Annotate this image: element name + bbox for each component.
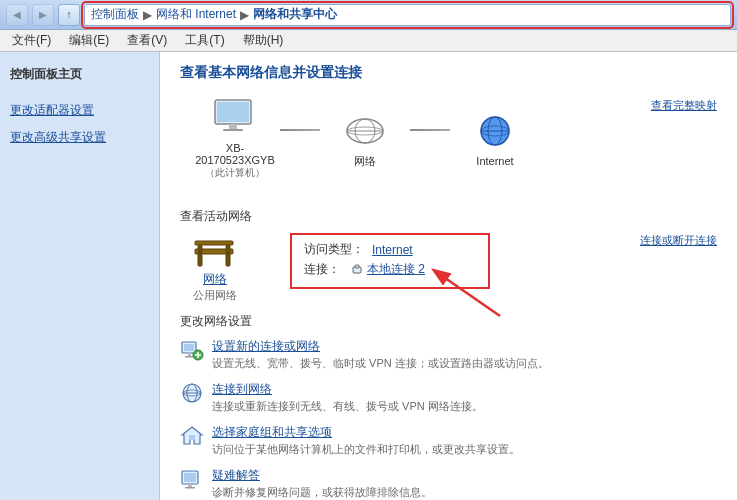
setting-desc-2: 连接或重新连接到无线、有线、拨号或 VPN 网络连接。 <box>212 400 483 412</box>
more-settings: 更改网络设置 设置新的连接或网络 设置无线、宽带、 <box>180 313 717 500</box>
svg-rect-25 <box>185 356 193 358</box>
computer-sublabel: （此计算机） <box>205 166 265 180</box>
menu-view[interactable]: 查看(V) <box>119 30 175 51</box>
access-type-label: 访问类型： <box>304 241 364 258</box>
setting-content-1: 设置新的连接或网络 设置无线、宽带、拨号、临时或 VPN 连接；或设置路由器或访… <box>212 338 717 371</box>
net-line-1 <box>280 129 320 131</box>
connection-icon <box>352 264 364 276</box>
sidebar-adapter-settings[interactable]: 更改适配器设置 <box>0 97 159 124</box>
menu-edit[interactable]: 编辑(E) <box>61 30 117 51</box>
network-label: 网络 <box>354 154 376 169</box>
computer-icon <box>209 98 261 138</box>
active-network-name[interactable]: 网络 <box>203 271 227 288</box>
active-network-type: 公用网络 <box>193 288 237 303</box>
connect-disconnect-link[interactable]: 连接或断开连接 <box>640 233 717 248</box>
svg-rect-37 <box>188 484 192 487</box>
svg-rect-23 <box>184 344 194 351</box>
content-area: 查看基本网络信息并设置连接 X <box>160 52 737 500</box>
setting-link-2[interactable]: 连接到网络 <box>212 381 717 398</box>
forward-button[interactable]: ▶ <box>32 4 54 26</box>
setting-desc-4: 诊断并修复网络问题，或获得故障排除信息。 <box>212 486 432 498</box>
setting-item-troubleshoot: 疑难解答 诊断并修复网络问题，或获得故障排除信息。 <box>180 467 717 500</box>
menu-help[interactable]: 帮助(H) <box>235 30 292 51</box>
troubleshoot-icon <box>180 467 204 491</box>
setting-item-new-connection: 设置新的连接或网络 设置无线、宽带、拨号、临时或 VPN 连接；或设置路由器或访… <box>180 338 717 371</box>
svg-rect-15 <box>226 254 230 266</box>
svg-rect-3 <box>223 129 243 131</box>
breadcrumb-label-3: 网络和共享中心 <box>253 6 337 23</box>
menu-tools[interactable]: 工具(T) <box>177 30 232 51</box>
svg-rect-1 <box>217 102 249 122</box>
svg-rect-16 <box>198 245 202 253</box>
net-node-computer: XB-20170523XGYB （此计算机） <box>190 98 280 180</box>
title-bar: ◀ ▶ ↑ 查看基本网络信息并设置连接 控制面板 ▶ 网络和 Internet … <box>0 0 737 30</box>
setting-desc-1: 设置无线、宽带、拨号、临时或 VPN 连接；或设置路由器或访问点。 <box>212 357 549 369</box>
internet-globe-icon <box>469 111 521 151</box>
svg-rect-17 <box>226 245 230 253</box>
breadcrumb-sep-1: ▶ <box>143 8 152 22</box>
svg-rect-36 <box>184 473 196 482</box>
setting-link-4[interactable]: 疑难解答 <box>212 467 717 484</box>
setting-desc-3: 访问位于某他网络计算机上的文件和打印机，或更改共享设置。 <box>212 443 520 455</box>
active-network-section-title: 查看活动网络 <box>180 208 717 225</box>
setting-link-3[interactable]: 选择家庭组和共享选项 <box>212 424 717 441</box>
net-node-network: 网络 <box>320 110 410 169</box>
network-hub-icon <box>339 110 391 150</box>
sidebar: 控制面板主页 更改适配器设置 更改高级共享设置 <box>0 52 160 500</box>
setting-item-connect-network: 连接到网络 连接或重新连接到无线、有线、拨号或 VPN 网络连接。 <box>180 381 717 414</box>
view-full-map-link[interactable]: 查看完整映射 <box>651 98 717 113</box>
svg-rect-19 <box>355 265 359 268</box>
red-arrow-svg <box>420 261 510 321</box>
svg-rect-13 <box>195 241 233 245</box>
page-title: 查看基本网络信息并设置连接 <box>180 64 717 82</box>
back-button[interactable]: ◀ <box>6 4 28 26</box>
svg-rect-38 <box>185 487 195 489</box>
menu-bar: 文件(F) 编辑(E) 查看(V) 工具(T) 帮助(H) <box>0 30 737 52</box>
connect-network-icon <box>180 381 204 405</box>
bench-icon <box>190 233 240 271</box>
network-diagram-area: XB-20170523XGYB （此计算机） <box>180 98 717 196</box>
network-diagram: XB-20170523XGYB （此计算机） <box>180 98 550 180</box>
computer-label: XB-20170523XGYB <box>190 142 280 166</box>
menu-file[interactable]: 文件(F) <box>4 30 59 51</box>
red-arrow-indicator <box>420 261 510 324</box>
setting-item-homegroup: 选择家庭组和共享选项 访问位于某他网络计算机上的文件和打印机，或更改共享设置。 <box>180 424 717 457</box>
sidebar-advanced-sharing[interactable]: 更改高级共享设置 <box>0 124 159 151</box>
connection-value[interactable]: 本地连接 2 <box>352 261 425 278</box>
active-network-icon-area: 网络 公用网络 <box>180 233 250 303</box>
net-node-internet: Internet <box>450 111 540 167</box>
setting-link-1[interactable]: 设置新的连接或网络 <box>212 338 717 355</box>
breadcrumb-label-1: 控制面板 <box>91 6 139 23</box>
homegroup-icon <box>180 424 204 448</box>
main-layout: 控制面板主页 更改适配器设置 更改高级共享设置 查看基本网络信息并设置连接 <box>0 52 737 500</box>
connection-label: 连接： <box>304 261 344 278</box>
net-line-2 <box>410 129 450 131</box>
setting-content-2: 连接到网络 连接或重新连接到无线、有线、拨号或 VPN 网络连接。 <box>212 381 717 414</box>
svg-rect-24 <box>188 353 191 356</box>
svg-line-21 <box>435 271 500 316</box>
setting-content-4: 疑难解答 诊断并修复网络问题，或获得故障排除信息。 <box>212 467 717 500</box>
sidebar-home-label[interactable]: 控制面板主页 <box>0 60 159 85</box>
svg-rect-14 <box>198 254 202 266</box>
setting-content-3: 选择家庭组和共享选项 访问位于某他网络计算机上的文件和打印机，或更改共享设置。 <box>212 424 717 457</box>
breadcrumb-label-2: 网络和 Internet <box>156 6 236 23</box>
breadcrumb: 查看基本网络信息并设置连接 控制面板 ▶ 网络和 Internet ▶ 网络和共… <box>84 4 731 26</box>
new-connection-icon <box>180 338 204 362</box>
access-type-value: Internet <box>372 241 413 258</box>
up-button[interactable]: ↑ <box>58 4 80 26</box>
svg-rect-34 <box>189 435 195 440</box>
breadcrumb-sep-2: ▶ <box>240 8 249 22</box>
internet-label: Internet <box>476 155 513 167</box>
access-type-row: 访问类型： Internet <box>304 241 476 258</box>
svg-rect-2 <box>229 124 237 129</box>
